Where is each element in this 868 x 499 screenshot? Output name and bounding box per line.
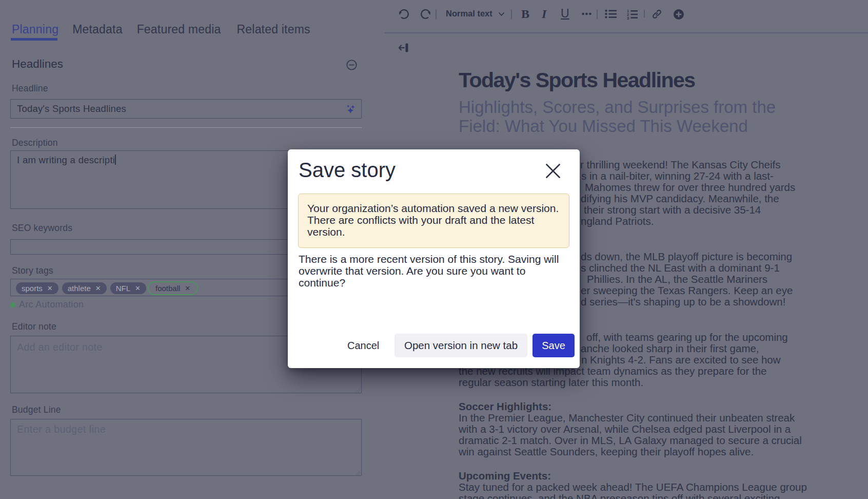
svg-text:3: 3	[627, 16, 629, 20]
